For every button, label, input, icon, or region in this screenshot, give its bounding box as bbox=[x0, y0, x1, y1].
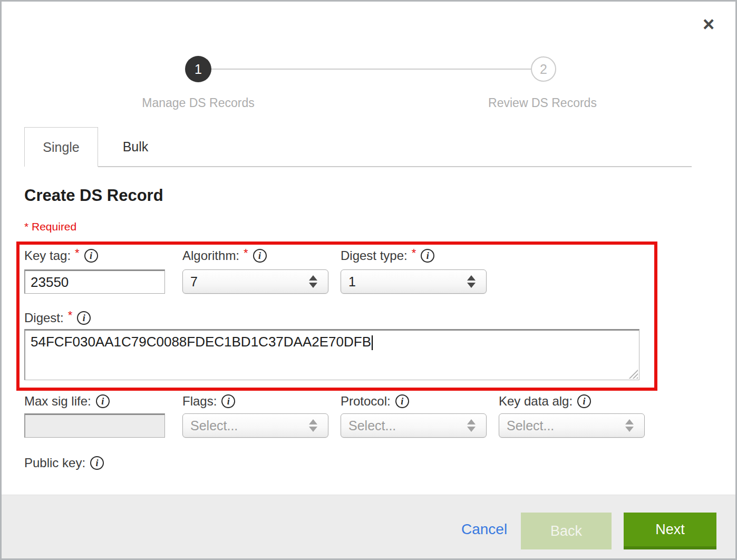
key-tag-label: Key tag: * i bbox=[24, 247, 98, 264]
key-data-alg-label-text: Key data alg: bbox=[499, 394, 573, 409]
required-asterisk: * bbox=[68, 308, 73, 322]
algorithm-label-text: Algorithm: bbox=[182, 248, 239, 263]
info-icon[interactable]: i bbox=[253, 249, 267, 263]
algorithm-select[interactable]: 7 bbox=[182, 269, 328, 294]
digest-type-select[interactable]: 1 bbox=[341, 269, 487, 294]
select-arrows-icon bbox=[625, 419, 634, 432]
algorithm-select-value: 7 bbox=[190, 274, 309, 289]
flags-label-text: Flags: bbox=[182, 394, 217, 409]
tabs-divider bbox=[98, 166, 692, 167]
stepper-connector bbox=[211, 69, 532, 70]
required-note: * Required bbox=[24, 220, 76, 233]
info-icon[interactable]: i bbox=[84, 249, 98, 263]
required-asterisk: * bbox=[412, 246, 416, 260]
public-key-label: Public key: i bbox=[24, 455, 104, 471]
max-sig-life-label: Max sig life: i bbox=[24, 393, 110, 410]
protocol-select[interactable]: Select... bbox=[341, 413, 487, 438]
required-asterisk: * bbox=[244, 246, 248, 260]
page-title: Create DS Record bbox=[24, 186, 163, 205]
algorithm-label: Algorithm: * i bbox=[182, 247, 267, 264]
protocol-label-text: Protocol: bbox=[341, 394, 391, 409]
tab-single[interactable]: Single bbox=[24, 127, 98, 167]
flags-label: Flags: i bbox=[182, 393, 235, 410]
stepper-step-2-label: Review DS Records bbox=[432, 96, 653, 110]
info-icon[interactable]: i bbox=[96, 394, 110, 408]
create-ds-record-modal: × 1 2 Manage DS Records Review DS Record… bbox=[0, 0, 737, 560]
key-data-alg-select-value: Select... bbox=[507, 418, 625, 433]
digest-value: 54FCF030AA1C79C0088FDEC1BD1C37DAA2E70DFB bbox=[31, 334, 371, 350]
info-icon[interactable]: i bbox=[90, 456, 104, 470]
stepper-step-2-circle: 2 bbox=[531, 56, 556, 82]
key-tag-label-text: Key tag: bbox=[24, 248, 71, 263]
close-icon[interactable]: × bbox=[697, 13, 720, 35]
select-arrows-icon bbox=[309, 275, 317, 288]
max-sig-life-label-text: Max sig life: bbox=[24, 394, 91, 409]
public-key-label-text: Public key: bbox=[24, 456, 85, 470]
protocol-select-value: Select... bbox=[348, 418, 467, 433]
stepper-step-1-circle: 1 bbox=[185, 56, 211, 82]
select-arrows-icon bbox=[309, 419, 317, 432]
digest-type-label: Digest type: * i bbox=[341, 247, 434, 264]
protocol-label: Protocol: i bbox=[341, 393, 409, 410]
text-caret bbox=[372, 335, 373, 350]
info-icon[interactable]: i bbox=[221, 394, 235, 408]
key-tag-input[interactable] bbox=[24, 269, 165, 294]
max-sig-life-input[interactable] bbox=[24, 413, 165, 438]
flags-select-value: Select... bbox=[190, 418, 309, 433]
select-arrows-icon bbox=[467, 275, 476, 288]
back-button[interactable]: Back bbox=[521, 513, 612, 549]
next-button[interactable]: Next bbox=[624, 513, 716, 549]
required-asterisk: * bbox=[75, 246, 80, 260]
key-data-alg-select[interactable]: Select... bbox=[499, 413, 645, 438]
info-icon[interactable]: i bbox=[421, 249, 434, 263]
flags-select[interactable]: Select... bbox=[182, 413, 328, 438]
digest-type-label-text: Digest type: bbox=[341, 248, 408, 263]
tab-bulk[interactable]: Bulk bbox=[99, 127, 172, 167]
digest-type-select-value: 1 bbox=[348, 274, 467, 289]
resize-handle-icon[interactable] bbox=[628, 369, 638, 379]
info-icon[interactable]: i bbox=[395, 394, 409, 408]
digest-textarea[interactable]: 54FCF030AA1C79C0088FDEC1BD1C37DAA2E70DFB bbox=[24, 329, 639, 380]
digest-label: Digest: * i bbox=[24, 310, 91, 326]
cancel-link[interactable]: Cancel bbox=[461, 521, 507, 538]
key-data-alg-label: Key data alg: i bbox=[499, 393, 591, 410]
digest-label-text: Digest: bbox=[24, 311, 64, 325]
info-icon[interactable]: i bbox=[77, 311, 91, 325]
info-icon[interactable]: i bbox=[577, 394, 591, 408]
stepper-step-1-label: Manage DS Records bbox=[88, 96, 309, 110]
select-arrows-icon bbox=[467, 419, 476, 432]
